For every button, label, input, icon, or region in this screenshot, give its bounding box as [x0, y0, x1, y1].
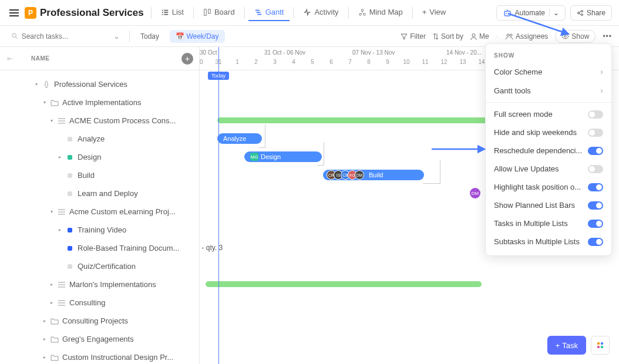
- caret-icon[interactable]: ▾: [43, 100, 48, 105]
- menu-item-label: Subtasks in Multiple Lists: [494, 237, 580, 246]
- tree-row[interactable]: ▾Professional Services: [0, 75, 199, 93]
- mindmap-icon: [358, 8, 366, 16]
- show-menu-item[interactable]: Reschedule dependenci...: [486, 141, 611, 160]
- tree-row[interactable]: ▾Active Implementations: [0, 93, 199, 112]
- caret-icon[interactable]: ▸: [43, 318, 48, 323]
- caret-icon[interactable]: ▸: [59, 227, 63, 232]
- show-menu-item[interactable]: Color Scheme›: [486, 62, 611, 81]
- gantt-task-bar[interactable]: Analyze: [217, 133, 262, 144]
- show-menu-item[interactable]: Allow Live Updates: [486, 160, 611, 178]
- day-label: 3: [265, 59, 284, 65]
- view-tab-board[interactable]: Board: [197, 4, 241, 21]
- tree-row[interactable]: ▸Greg's Engagements: [0, 330, 199, 348]
- show-menu-item[interactable]: Gantt tools›: [486, 81, 611, 100]
- gantt-milestone[interactable]: DM: [470, 188, 480, 198]
- tree-row[interactable]: ▸Custom Instructional Design Pr...: [0, 348, 199, 364]
- tree-row[interactable]: ▸Build: [0, 166, 199, 184]
- automate-label: Automate: [515, 9, 545, 17]
- add-view-button[interactable]: + View: [416, 4, 452, 21]
- sort-icon: [433, 33, 439, 40]
- sortby-label: Sort by: [441, 32, 463, 41]
- tree-row[interactable]: ▾Acme Custom eLearning Proj...: [0, 203, 199, 221]
- assignees-filter[interactable]: Assignees: [505, 32, 548, 41]
- toggle-switch[interactable]: [588, 238, 603, 246]
- search-input[interactable]: [22, 32, 110, 41]
- show-menu-item[interactable]: Tasks in Multiple Lists: [486, 214, 611, 232]
- caret-icon[interactable]: ▸: [59, 154, 63, 160]
- svg-rect-6: [257, 14, 261, 15]
- tree-row[interactable]: ▸Training Video: [0, 221, 199, 239]
- toggle-switch[interactable]: [588, 183, 603, 191]
- caret-icon[interactable]: ▸: [51, 282, 55, 287]
- today-button[interactable]: Today: [134, 30, 165, 43]
- toggle-switch[interactable]: [588, 220, 603, 228]
- toggle-switch[interactable]: [588, 165, 603, 173]
- filter-button[interactable]: Filter: [401, 32, 426, 41]
- show-menu-item[interactable]: Subtasks in Multiple Lists: [486, 232, 611, 251]
- person-icon: [470, 33, 477, 40]
- gantt-task-bar[interactable]: CRISCBKGDMBuild: [323, 170, 424, 180]
- toggle-switch[interactable]: [588, 147, 603, 155]
- caret-icon[interactable]: ▾: [35, 82, 40, 87]
- show-menu-item[interactable]: Show Planned List Bars: [486, 196, 611, 214]
- view-tab-list[interactable]: List: [155, 4, 190, 21]
- grid-icon: [597, 342, 603, 348]
- add-task-circle-button[interactable]: +: [181, 53, 193, 65]
- toggle-switch[interactable]: [588, 201, 603, 210]
- svg-point-22: [564, 35, 566, 37]
- show-menu-item[interactable]: Hide and skip weekends: [486, 123, 611, 141]
- collapse-icon[interactable]: ⇤: [7, 54, 14, 63]
- search-box[interactable]: ⌄: [7, 29, 125, 43]
- tree-row[interactable]: ▸Consulting Projects: [0, 312, 199, 330]
- divider: [244, 7, 245, 19]
- menu-item-label: Reschedule dependenci...: [494, 146, 582, 155]
- gantt-summary-bar[interactable]: [206, 281, 482, 287]
- day-label: 13: [453, 59, 472, 65]
- show-menu-item[interactable]: Highlight task position o...: [486, 178, 611, 196]
- caret-icon[interactable]: ▾: [51, 209, 55, 214]
- robot-icon: [503, 9, 512, 17]
- app-launcher-button[interactable]: [591, 336, 610, 355]
- sortby-button[interactable]: Sort by: [433, 32, 463, 41]
- list-icon: [58, 117, 66, 125]
- gantt-task-bar[interactable]: MGDesign: [244, 151, 322, 162]
- tree-row[interactable]: ▸Marlon's Implementations: [0, 275, 199, 294]
- activity-icon: [303, 8, 311, 16]
- calendar-icon: 📅: [176, 32, 184, 41]
- tree-row[interactable]: ▸Consulting: [0, 294, 199, 312]
- toggle-switch[interactable]: [588, 129, 603, 137]
- more-menu[interactable]: •••: [603, 32, 612, 41]
- show-button[interactable]: Show: [555, 30, 596, 43]
- menu-icon[interactable]: [7, 7, 21, 19]
- show-settings-menu[interactable]: SHOW Color Scheme›Gantt tools›Full scree…: [485, 43, 612, 256]
- today-line: [218, 47, 219, 364]
- automate-button[interactable]: Automate ⌄: [496, 5, 566, 21]
- share-button[interactable]: Share: [570, 5, 612, 21]
- new-task-button[interactable]: + Task: [547, 336, 586, 355]
- chevron-down-icon[interactable]: ⌄: [113, 32, 120, 41]
- show-menu-item[interactable]: Full screen mode: [486, 105, 611, 123]
- caret-icon[interactable]: ▾: [51, 118, 55, 123]
- tree-row[interactable]: ▸Design: [0, 148, 199, 166]
- caret-icon[interactable]: ▸: [43, 355, 48, 360]
- menu-item-label: Hide and skip weekends: [494, 128, 577, 137]
- tree-row[interactable]: ▸Analyze: [0, 130, 199, 148]
- day-label: 5: [303, 59, 322, 65]
- tree-row[interactable]: ▸Learn and Deploy: [0, 184, 199, 203]
- toggle-switch[interactable]: [588, 110, 603, 119]
- caret-icon[interactable]: ▸: [43, 336, 48, 342]
- caret-icon[interactable]: ▸: [51, 300, 55, 305]
- tree-row[interactable]: ▾ACME Custom Process Cons...: [0, 112, 199, 130]
- me-filter[interactable]: Me: [470, 32, 489, 41]
- weekday-toggle[interactable]: 📅 Week/Day: [170, 30, 224, 43]
- tree-row[interactable]: ▸Quiz/Certification: [0, 257, 199, 275]
- bar-label: Build: [369, 171, 383, 178]
- gantt-text-task[interactable]: ing Documents - qty. 3: [200, 244, 223, 252]
- gantt-row: [200, 275, 619, 294]
- task-sidebar: ⇤ NAME + ▾Professional Services▾Active I…: [0, 47, 200, 364]
- view-tab-activity[interactable]: Activity: [297, 4, 344, 21]
- tree-row[interactable]: ▸Role-Based Training Docum...: [0, 239, 199, 257]
- gantt-summary-bar[interactable]: [217, 117, 499, 123]
- view-tab-gantt[interactable]: Gantt: [248, 4, 290, 21]
- view-tab-mindmap[interactable]: Mind Map: [352, 4, 409, 21]
